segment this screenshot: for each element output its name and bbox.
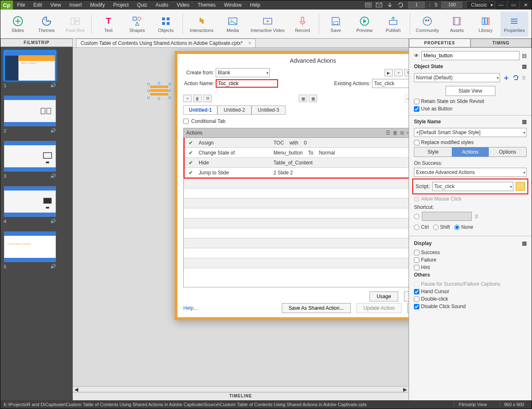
timeline-header[interactable]: TIMELINE xyxy=(73,392,409,400)
ribbon-preview[interactable]: Preview xyxy=(350,12,378,37)
slide-thumb-5[interactable]: Custom Table of Contents 5🔊 xyxy=(4,231,69,269)
none-radio[interactable]: None xyxy=(454,224,473,230)
close-tab-icon[interactable]: × xyxy=(248,40,251,46)
ribbon-interactions[interactable]: Interactions xyxy=(185,12,218,37)
style-name-dropdown[interactable]: +[Default Smart Shape Style] xyxy=(414,128,527,137)
sync-icon[interactable] xyxy=(397,2,404,8)
ribbon-assets[interactable]: Assets xyxy=(443,12,471,37)
menu-project[interactable]: Project xyxy=(109,0,133,10)
close-button[interactable]: ✕ xyxy=(520,1,532,9)
state-dropdown[interactable]: Normal (Default) xyxy=(414,73,500,82)
decision-tab-2[interactable]: Untitled-2 xyxy=(217,105,251,115)
panel-menu-icon[interactable]: ▤ xyxy=(522,119,527,125)
ribbon-save[interactable]: Save xyxy=(322,12,350,37)
group2-icon[interactable]: ▦ xyxy=(309,95,317,102)
menu-audio[interactable]: Audio xyxy=(151,0,172,10)
panel-menu-icon[interactable]: ▤ xyxy=(522,53,527,59)
ribbon-publish[interactable]: Publish xyxy=(379,12,407,37)
create-from-dropdown[interactable]: Blank xyxy=(216,68,270,77)
zoom-field[interactable]: 100 xyxy=(441,2,462,8)
visibility-icon[interactable]: 👁 xyxy=(414,53,419,59)
ribbon-objects[interactable]: Objects xyxy=(152,12,180,37)
conditional-checkbox[interactable] xyxy=(183,117,189,125)
slide-thumb-2[interactable]: 2🔊 xyxy=(4,96,69,133)
ribbon-shapes[interactable]: Shapes xyxy=(123,12,151,37)
audio-icon[interactable]: 🔊 xyxy=(50,264,56,269)
menu-help[interactable]: Help xyxy=(246,0,264,10)
copy-icon[interactable]: ⧉ xyxy=(400,130,404,136)
decision-tab-1[interactable]: Untitled-1 xyxy=(183,105,217,115)
stage-canvas[interactable]: Advanced Actions Create from: Blank ▶ ＋ … xyxy=(73,48,409,386)
tab-properties[interactable]: PROPERTIES xyxy=(409,39,470,47)
select-icon[interactable]: ☰ xyxy=(386,130,390,136)
shortcut-key-input[interactable] xyxy=(422,212,472,221)
retain-state-checkbox[interactable]: Retain State on Slide Revisit xyxy=(414,98,527,104)
add-row-icon[interactable]: ＋ xyxy=(183,95,192,102)
usage-button[interactable]: Usage xyxy=(369,291,398,301)
shortcut-radio[interactable] xyxy=(414,214,419,219)
script-dropdown[interactable]: Toc_click xyxy=(432,182,513,191)
slide-thumb-4[interactable]: 4🔊 xyxy=(4,186,69,224)
action-row[interactable]: ✔HideTable_of_Content xyxy=(185,158,409,168)
subtab-style[interactable]: Style xyxy=(414,147,452,157)
ribbon-properties[interactable]: Properties xyxy=(500,12,528,37)
page-current[interactable]: 1 xyxy=(408,2,425,8)
action-row[interactable]: ✔AssignTOC with 0 xyxy=(185,138,409,148)
menu-view[interactable]: View xyxy=(46,0,65,10)
panel-menu-icon[interactable]: ▤ xyxy=(522,240,527,246)
ctrl-radio[interactable]: Ctrl xyxy=(414,224,429,230)
on-success-dropdown[interactable]: Execute Advanced Actions xyxy=(414,168,527,177)
disable-sound-checkbox[interactable]: Disable Click Sound xyxy=(414,304,527,309)
add-state-icon[interactable]: ＋ xyxy=(502,73,510,83)
menu-video[interactable]: Video xyxy=(172,0,193,10)
empty-row[interactable] xyxy=(184,258,409,268)
empty-row[interactable] xyxy=(184,198,409,208)
play-icon[interactable]: ▶ xyxy=(384,69,393,76)
empty-row[interactable] xyxy=(184,228,409,238)
menu-themes[interactable]: Themes xyxy=(193,0,219,10)
object-name-input[interactable] xyxy=(421,51,520,60)
action-row[interactable]: ✔Jump to Slide2 Slide 2 xyxy=(185,168,409,178)
ribbon-community[interactable]: Community xyxy=(413,12,442,37)
minimize-button[interactable]: — xyxy=(495,1,507,9)
menu-insert[interactable]: Insert xyxy=(65,0,86,10)
maximize-button[interactable]: ▭ xyxy=(507,1,519,9)
empty-row[interactable] xyxy=(184,218,409,228)
reset-state-icon[interactable] xyxy=(512,74,519,81)
subtab-options[interactable]: Options xyxy=(489,147,526,157)
tab-timing[interactable]: TIMING xyxy=(470,39,532,47)
empty-row[interactable] xyxy=(184,238,409,248)
workspace-dropdown[interactable]: Classic xyxy=(466,1,495,9)
delete-state-icon[interactable]: 🗑 xyxy=(522,75,527,81)
selection-handles[interactable] xyxy=(148,83,171,99)
menu-window[interactable]: Window xyxy=(220,0,246,10)
empty-row[interactable] xyxy=(184,208,409,218)
slide-thumb-3[interactable]: 3🔊 xyxy=(4,141,69,179)
save-shared-button[interactable]: Save As Shared Action... xyxy=(282,303,351,313)
notes-icon[interactable] xyxy=(365,2,372,8)
delete-row-icon[interactable]: 🗑 xyxy=(193,95,202,102)
variables-button[interactable]: Variables... xyxy=(404,291,409,301)
audio-icon[interactable]: 🔊 xyxy=(50,83,56,88)
script-folder-icon[interactable] xyxy=(516,182,525,191)
success-checkbox[interactable]: Success xyxy=(414,250,527,255)
group-icon[interactable]: ▦ xyxy=(299,95,307,102)
audio-icon[interactable]: 🔊 xyxy=(50,218,56,224)
decision-tab-3[interactable]: Untitled-3 xyxy=(251,105,286,115)
replace-styles-checkbox[interactable]: Replace modified styles xyxy=(414,140,527,145)
failure-checkbox[interactable]: Failure xyxy=(414,257,527,263)
action-name-input[interactable] xyxy=(216,79,278,88)
menu-quiz[interactable]: Quiz xyxy=(133,0,152,10)
hint-checkbox[interactable]: Hint xyxy=(414,265,527,270)
state-view-button[interactable]: State View xyxy=(446,86,495,96)
action-row[interactable]: ✔Change State ofMenu_button To Normal xyxy=(185,148,409,158)
trash-icon[interactable]: 🗑 xyxy=(393,130,398,136)
copy-action-icon[interactable]: ⧉ xyxy=(404,69,409,76)
slide-thumb-1[interactable]: Table of Contents 1🔊 xyxy=(4,50,69,88)
use-as-button-checkbox[interactable]: Use as Button xyxy=(414,106,527,112)
shift-radio[interactable]: Shift xyxy=(433,224,450,230)
document-tab[interactable]: Custom Table of Contents Using Shared Ac… xyxy=(76,39,256,47)
existing-actions-dropdown[interactable]: Toc_click xyxy=(372,79,409,88)
add-icon[interactable]: ＋ xyxy=(394,69,403,76)
ribbon-text[interactable]: TText xyxy=(94,12,122,37)
